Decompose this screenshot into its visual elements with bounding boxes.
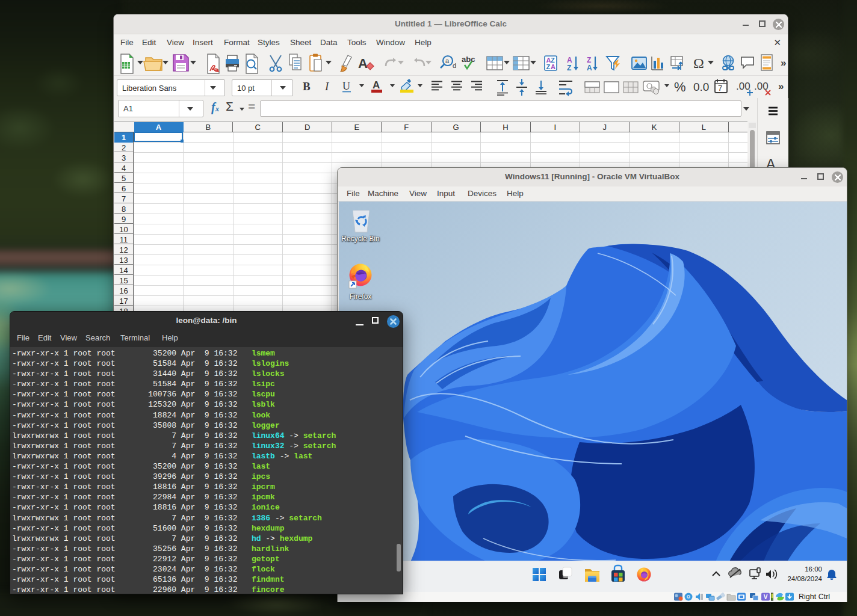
svg-text:0.0: 0.0 bbox=[693, 81, 709, 93]
svg-text:abc: abc bbox=[462, 55, 475, 64]
svg-text:A: A bbox=[373, 79, 380, 91]
svg-text:24/08/2024: 24/08/2024 bbox=[787, 575, 822, 582]
svg-text:B: B bbox=[303, 80, 311, 93]
svg-text:A: A bbox=[358, 56, 368, 71]
svg-text:I: I bbox=[324, 80, 330, 93]
svg-text:Ω: Ω bbox=[693, 55, 704, 71]
svg-text:.00: .00 bbox=[736, 81, 750, 92]
svg-text:V: V bbox=[764, 594, 768, 600]
svg-text:U: U bbox=[342, 80, 350, 92]
svg-text:Z: Z bbox=[567, 64, 571, 72]
svg-text:Z: Z bbox=[546, 63, 551, 70]
svg-text:%: % bbox=[674, 79, 686, 94]
svg-text:d: d bbox=[453, 62, 456, 69]
svg-text:Right Ctrl: Right Ctrl bbox=[799, 593, 830, 601]
svg-text:a: a bbox=[445, 57, 450, 64]
svg-text:A: A bbox=[551, 63, 555, 70]
svg-text:A: A bbox=[587, 64, 592, 72]
svg-text:16:00: 16:00 bbox=[805, 565, 822, 573]
svg-text:»: » bbox=[778, 81, 784, 92]
svg-text:7: 7 bbox=[718, 84, 722, 93]
svg-text:A: A bbox=[567, 56, 572, 64]
svg-text:»: » bbox=[781, 57, 786, 69]
svg-text:Z: Z bbox=[587, 56, 591, 64]
